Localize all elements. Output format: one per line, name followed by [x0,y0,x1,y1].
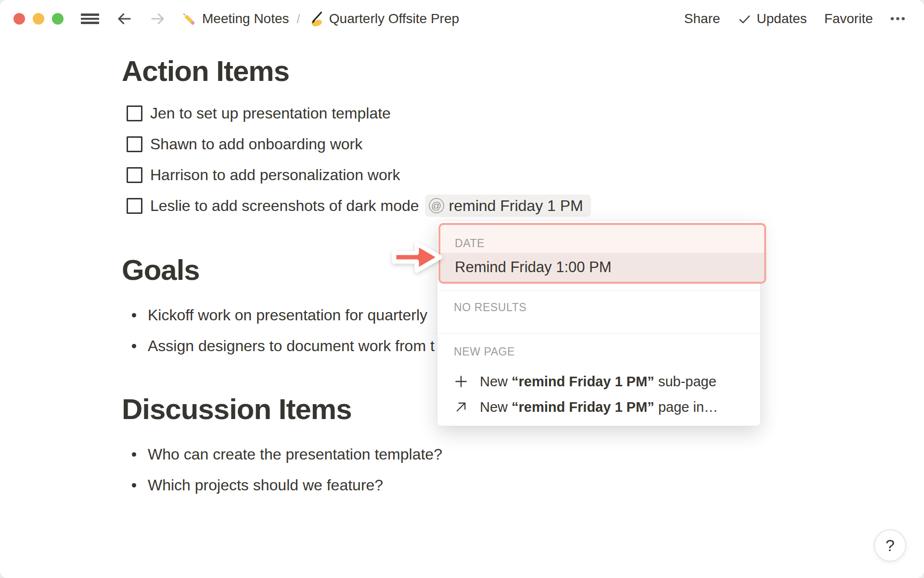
discussion-list: Who can create the presentation template… [122,439,442,500]
share-button[interactable]: Share [684,11,720,26]
breadcrumb-separator: / [297,12,300,26]
todo-label: Leslie to add screenshots of dark mode [150,197,419,215]
bullet-dot [132,452,136,457]
action-items-list: Jen to set up presentation template Shaw… [122,98,591,221]
bullet-label: Who can create the presentation template… [148,446,442,463]
bullet-dot [132,483,136,487]
menu-item-label: Remind Friday 1:00 PM [455,259,612,276]
no-results-label: NO RESULTS [454,301,526,314]
list-item: Which projects should we feature? [122,470,442,500]
bullet-label: Kickoff work on presentation for quarter… [148,306,427,324]
todo-item: Harrison to add personalization work [122,159,591,190]
share-label: Share [684,11,720,26]
forward-arrow-icon[interactable] [149,10,167,27]
todo-checkbox[interactable] [127,136,142,152]
divider [437,290,760,291]
heading-discussion-items: Discussion Items [122,392,352,427]
bullet-label: Which projects should we feature? [148,476,383,494]
date-section-header: DATE [440,225,764,253]
breadcrumb-item-meeting-notes[interactable]: Meeting Notes [181,11,289,26]
favorite-button[interactable]: Favorite [824,11,873,26]
bullet-label: Assign designers to document work from t [148,337,435,355]
bullet-dot [132,313,136,317]
app-window: Meeting Notes / Quarterly Offsite Prep S… [0,0,924,578]
pencil-icon [178,8,199,29]
date-section-label: DATE [455,237,485,250]
menu-item-label: New “remind Friday 1 PM” page in… [480,399,718,415]
menu-item-remind-friday[interactable]: Remind Friday 1:00 PM [440,253,764,282]
date-section-highlight: DATE Remind Friday 1:00 PM [438,223,766,284]
minimize-window-button[interactable] [33,13,44,25]
updates-label: Updates [757,11,807,26]
favorite-label: Favorite [824,11,873,26]
bullet-dot [132,344,136,348]
breadcrumb: Meeting Notes / Quarterly Offsite Prep [181,11,459,26]
more-icon: ••• [890,12,907,26]
list-item: Who can create the presentation template… [122,439,442,470]
date-mention-token[interactable]: @ remind Friday 1 PM [425,195,591,217]
menu-item-label: New “remind Friday 1 PM” sub-page [480,374,717,390]
menu-icon[interactable] [81,13,99,24]
help-button[interactable]: ? [874,529,906,562]
todo-label: Jen to set up presentation template [150,105,391,122]
heading-goals: Goals [122,253,200,288]
mention-dropdown: DATE Remind Friday 1:00 PM NO RESULTS NE… [437,221,760,426]
updates-button[interactable]: Updates [737,11,807,26]
heading-action-items: Action Items [122,54,289,89]
menu-item-new-page-in[interactable]: New “remind Friday 1 PM” page in… [437,394,760,420]
todo-label: Harrison to add personalization work [150,166,400,184]
back-arrow-icon[interactable] [116,10,133,27]
topbar-actions: Share Updates Favorite ••• [684,11,924,26]
at-icon: @ [429,198,444,213]
list-item: Kickoff work on presentation for quarter… [122,300,435,330]
breadcrumb-item-quarterly-offsite-prep[interactable]: Quarterly Offsite Prep [308,11,459,26]
zoom-window-button[interactable] [52,13,64,25]
mention-label: remind Friday 1 PM [449,197,583,215]
breadcrumb-label: Quarterly Offsite Prep [329,11,459,26]
list-item: Assign designers to document work from t [122,330,435,361]
menu-item-new-subpage[interactable]: New “remind Friday 1 PM” sub-page [437,368,760,395]
todo-checkbox[interactable] [127,198,142,214]
divider [437,333,760,334]
close-window-button[interactable] [13,13,25,25]
topbar: Meeting Notes / Quarterly Offsite Prep S… [0,0,924,38]
plus-icon [454,374,468,389]
more-options-button[interactable]: ••• [890,12,907,26]
todo-label: Shawn to add onboarding work [150,135,362,153]
todo-checkbox[interactable] [127,167,142,183]
new-page-section-label: NEW PAGE [454,345,515,358]
check-icon [737,12,752,26]
help-label: ? [886,536,895,555]
todo-item: Leslie to add screenshots of dark mode @… [122,190,591,221]
arrow-up-right-icon [454,400,468,414]
writing-hand-icon [308,11,323,26]
breadcrumb-label: Meeting Notes [202,11,289,26]
todo-item: Jen to set up presentation template [122,98,591,129]
annotation-arrow-icon [391,238,445,278]
window-controls [13,13,64,25]
goals-list: Kickoff work on presentation for quarter… [122,300,435,361]
todo-item: Shawn to add onboarding work [122,129,591,159]
todo-checkbox[interactable] [127,105,142,121]
